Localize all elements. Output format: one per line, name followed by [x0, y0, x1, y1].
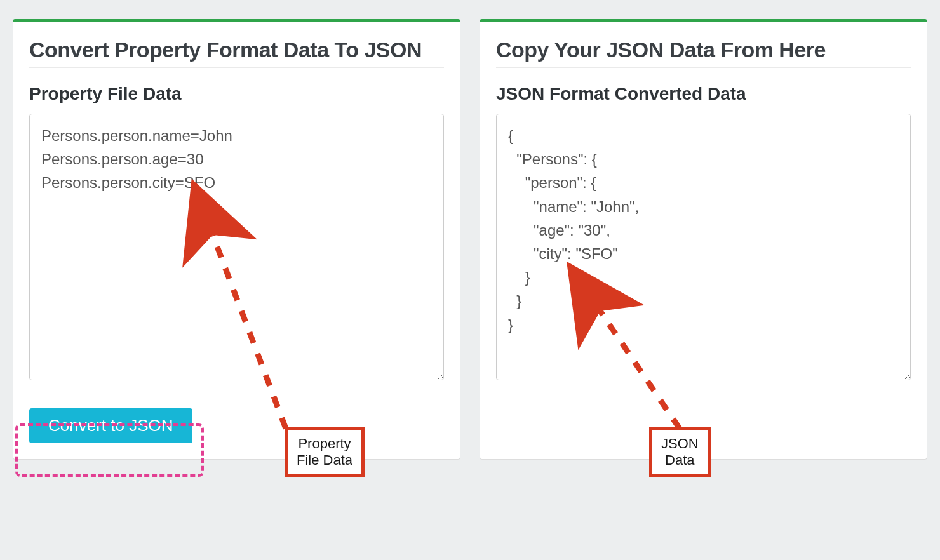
- annotation-text: Property: [298, 436, 351, 451]
- annotation-text: File Data: [297, 452, 352, 468]
- json-output-card: Copy Your JSON Data From Here JSON Forma…: [480, 19, 927, 460]
- annotation-text: Data: [665, 452, 694, 468]
- property-input-card: Convert Property Format Data To JSON Pro…: [13, 19, 460, 460]
- section-title-left: Property File Data: [29, 84, 444, 104]
- section-title-right: JSON Format Converted Data: [496, 84, 911, 104]
- annotation-json-data: JSON Data: [649, 427, 711, 477]
- annotation-property-file-data: Property File Data: [285, 427, 365, 477]
- card-title-right: Copy Your JSON Data From Here: [496, 37, 911, 68]
- convert-button[interactable]: Convert to JSON: [29, 408, 192, 443]
- annotation-text: JSON: [661, 436, 699, 451]
- json-output-textarea[interactable]: { "Persons": { "person": { "name": "John…: [496, 114, 911, 380]
- card-title-left: Convert Property Format Data To JSON: [29, 37, 444, 68]
- property-input-textarea[interactable]: Persons.person.name=John Persons.person.…: [29, 114, 444, 380]
